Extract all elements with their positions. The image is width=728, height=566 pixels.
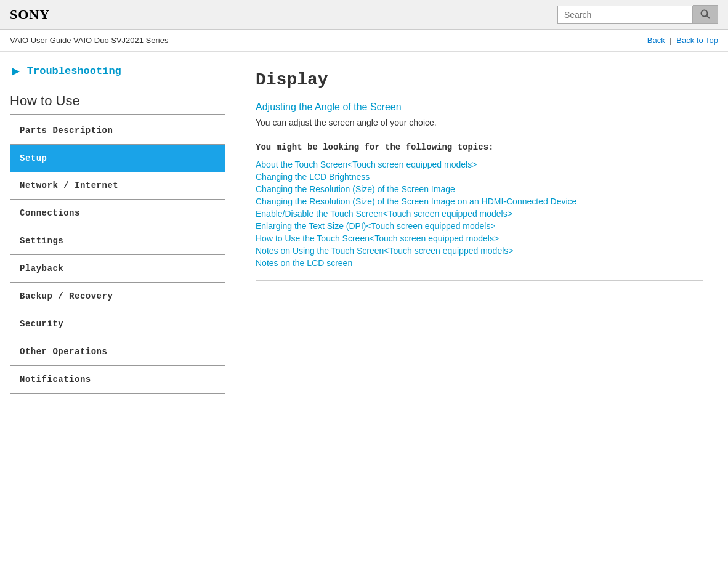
sidebar-item-security[interactable]: Security	[10, 310, 225, 338]
svg-line-1	[707, 16, 710, 19]
topic-link-5[interactable]: Enlarging the Text Size (DPI)<Touch scre…	[256, 221, 703, 231]
sidebar-item-setup[interactable]: Setup	[10, 145, 225, 172]
how-to-use-label: How to Use	[10, 93, 225, 109]
header: SONY	[0, 0, 728, 30]
back-links: Back | Back to Top	[647, 36, 718, 45]
footer: © 2012 Sony Corporation	[0, 557, 728, 566]
separator: |	[669, 36, 671, 45]
svg-point-0	[702, 10, 708, 17]
section-link-title[interactable]: Adjusting the Angle of the Screen	[256, 102, 703, 113]
sony-logo: SONY	[10, 7, 50, 23]
sidebar: ► Troubleshooting How to Use Parts Descr…	[0, 52, 231, 557]
sidebar-item-settings[interactable]: Settings	[10, 227, 225, 255]
search-button[interactable]	[693, 5, 718, 24]
sidebar-top-divider	[10, 114, 225, 115]
topic-link-7[interactable]: Notes on Using the Touch Screen<Touch sc…	[256, 246, 703, 256]
also-looking-label: You might be looking for the following t…	[256, 142, 703, 152]
topic-links-container: About the Touch Screen<Touch screen equi…	[256, 160, 703, 268]
sidebar-item-other-operations[interactable]: Other Operations	[10, 338, 225, 366]
sidebar-item-connections[interactable]: Connections	[10, 200, 225, 227]
troubleshooting-header: ► Troubleshooting	[10, 64, 225, 78]
back-to-top-link[interactable]: Back to Top	[676, 36, 718, 45]
sidebar-item-notifications[interactable]: Notifications	[10, 366, 225, 394]
search-area	[557, 5, 718, 24]
topic-link-8[interactable]: Notes on the LCD screen	[256, 258, 703, 268]
sidebar-item-backup-recovery[interactable]: Backup / Recovery	[10, 283, 225, 310]
topic-link-2[interactable]: Changing the Resolution (Size) of the Sc…	[256, 184, 703, 194]
page-title: Display	[256, 70, 703, 89]
topic-link-6[interactable]: How to Use the Touch Screen<Touch screen…	[256, 233, 703, 243]
main-layout: ► Troubleshooting How to Use Parts Descr…	[0, 52, 728, 557]
troubleshooting-label[interactable]: Troubleshooting	[27, 65, 121, 77]
topic-link-0[interactable]: About the Touch Screen<Touch screen equi…	[256, 160, 703, 169]
content-area: Display Adjusting the Angle of the Scree…	[231, 52, 728, 557]
sidebar-item-playback[interactable]: Playback	[10, 255, 225, 283]
search-input[interactable]	[557, 6, 693, 24]
search-icon	[700, 9, 710, 19]
topic-link-4[interactable]: Enable/Disable the Touch Screen<Touch sc…	[256, 209, 703, 219]
sidebar-item-network-internet[interactable]: Network / Internet	[10, 172, 225, 200]
guide-title: VAIO User Guide VAIO Duo SVJ2021 Series	[10, 36, 168, 45]
back-link[interactable]: Back	[647, 36, 665, 45]
content-bottom-divider	[256, 280, 703, 281]
arrow-right-icon: ►	[10, 64, 22, 78]
topic-link-3[interactable]: Changing the Resolution (Size) of the Sc…	[256, 196, 703, 206]
breadcrumb-bar: VAIO User Guide VAIO Duo SVJ2021 Series …	[0, 30, 728, 52]
section-description: You can adjust the screen angle of your …	[256, 118, 703, 127]
topic-link-1[interactable]: Changing the LCD Brightness	[256, 172, 703, 182]
sidebar-item-parts-description[interactable]: Parts Description	[10, 117, 225, 145]
